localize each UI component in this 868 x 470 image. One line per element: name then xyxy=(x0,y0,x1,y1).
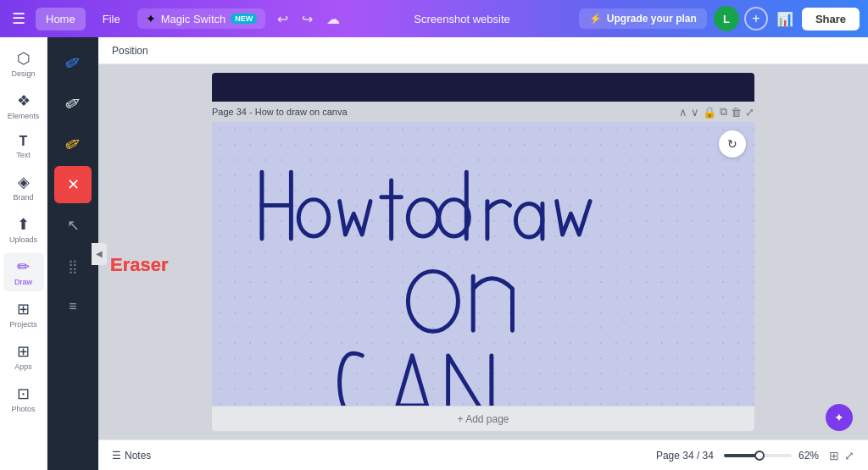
canvas-slide[interactable]: ↻ xyxy=(212,122,754,406)
zoom-percent-label: 62% xyxy=(798,450,819,462)
elements-icon: ❖ xyxy=(17,91,31,110)
view-icons: ⊞ ⤢ xyxy=(829,449,854,462)
nav-tab-home[interactable]: Home xyxy=(36,8,86,30)
share-button[interactable]: Share xyxy=(802,8,860,30)
add-page-label: + Add page xyxy=(457,413,509,425)
arrow-tool-icon: ↖ xyxy=(67,216,80,235)
draw-tool-eraser[interactable]: ✕ xyxy=(54,166,92,203)
cloud-save-icon[interactable]: ☁ xyxy=(321,8,345,30)
grid-tool-icon: ⣿ xyxy=(68,258,78,274)
canvas-scroll-area[interactable]: Page 34 - How to draw on canva ∧ ∨ 🔒 ⧉ 🗑… xyxy=(98,64,868,440)
magic-switch-label: Magic Switch xyxy=(161,13,226,25)
sidebar-label-elements: Elements xyxy=(8,112,40,120)
analytics-icon[interactable]: 📊 xyxy=(773,8,797,30)
zoom-control[interactable]: 62% xyxy=(724,450,819,462)
svg-point-1 xyxy=(408,200,437,236)
pen-yellow-icon: ✏ xyxy=(61,130,86,158)
sidebar-item-text[interactable]: T Text xyxy=(3,129,44,164)
svg-point-3 xyxy=(515,204,542,237)
magic-switch-icon: ✦ xyxy=(146,12,156,25)
content-area: Position Page 34 - How to draw on canva … xyxy=(98,37,868,470)
draw-panel: ✏ ✏ ✏ ✕ ↖ ⣿ ≡ ◀ xyxy=(47,37,98,470)
draw-tool-pen-yellow[interactable]: ✏ xyxy=(54,125,92,163)
sidebar-label-text: Text xyxy=(16,151,31,159)
page-up-icon[interactable]: ∧ xyxy=(679,106,687,119)
fullscreen-sparkle-icon: ✦ xyxy=(834,411,844,424)
text-icon: T xyxy=(19,134,28,149)
nav-tab-file[interactable]: File xyxy=(92,8,131,30)
sidebar-label-brand: Brand xyxy=(13,193,33,202)
projects-icon: ⊞ xyxy=(17,300,30,318)
lines-tool-icon: ≡ xyxy=(69,299,76,314)
sidebar-item-apps[interactable]: ⊞ Apps xyxy=(3,337,44,376)
draw-tool-arrow[interactable]: ↖ xyxy=(54,207,92,244)
apps-icon: ⊞ xyxy=(17,342,30,361)
fullscreen-icon[interactable]: ⤢ xyxy=(844,449,854,462)
page-lock-icon[interactable]: 🔒 xyxy=(703,106,716,119)
page-down-icon[interactable]: ∨ xyxy=(691,106,699,119)
document-title[interactable]: Screenshot website xyxy=(400,13,523,25)
draw-tool-pen-blue[interactable]: ✏ xyxy=(54,44,92,81)
user-avatar[interactable]: L xyxy=(714,6,739,31)
sidebar-label-draw: Draw xyxy=(14,278,32,286)
photos-icon: ⊡ xyxy=(17,384,30,403)
undo-button[interactable]: ↩ xyxy=(272,8,293,30)
nav-right-icons: L + 📊 Share xyxy=(714,6,860,31)
sidebar-item-uploads[interactable]: ⬆ Uploads xyxy=(3,210,44,249)
upgrade-icon: ⚡ xyxy=(589,13,602,25)
refresh-icon: ↻ xyxy=(727,137,737,151)
left-sidebar: ⬡ Design ❖ Elements T Text ◈ Brand ⬆ Upl… xyxy=(0,37,47,470)
sidebar-item-design[interactable]: ⬡ Design xyxy=(3,44,44,83)
floating-fullscreen-button[interactable]: ✦ xyxy=(826,404,853,431)
svg-point-4 xyxy=(408,272,458,332)
pen-white-icon: ✏ xyxy=(61,90,86,117)
notes-icon: ☰ xyxy=(112,450,121,462)
sidebar-item-draw[interactable]: ✏ Draw xyxy=(3,252,44,291)
sidebar-label-projects: Projects xyxy=(9,320,37,329)
add-page-button[interactable]: + Add page xyxy=(212,406,754,431)
svg-point-0 xyxy=(298,200,328,236)
eraser-icon: ✕ xyxy=(67,175,80,194)
page-number-info: Page 34 / 34 xyxy=(656,450,714,462)
sidebar-label-apps: Apps xyxy=(14,362,32,371)
bottom-status-bar: ☰ Notes Page 34 / 34 62% ⊞ ⤢ xyxy=(98,440,868,470)
slide-header-bar xyxy=(212,73,754,102)
zoom-track[interactable] xyxy=(724,454,792,457)
page-label: Page 34 - How to draw on canva xyxy=(212,107,348,117)
draw-icon: ✏ xyxy=(17,257,30,276)
upgrade-button[interactable]: ⚡ Upgrade your plan xyxy=(579,8,707,29)
sidebar-label-photos: Photos xyxy=(11,405,35,413)
page-copy-icon[interactable]: ⧉ xyxy=(720,105,727,119)
draw-tool-pen-white[interactable]: ✏ xyxy=(54,85,92,122)
notes-button[interactable]: ☰ Notes xyxy=(112,450,151,462)
sidebar-item-projects[interactable]: ⊞ Projects xyxy=(3,295,44,334)
collapse-panel-button[interactable]: ◀ xyxy=(92,243,107,265)
page-label-icons: ∧ ∨ 🔒 ⧉ 🗑 ⤢ xyxy=(679,105,754,119)
menu-icon[interactable]: ☰ xyxy=(8,6,29,31)
sidebar-item-brand[interactable]: ◈ Brand xyxy=(3,168,44,207)
grid-view-icon[interactable]: ⊞ xyxy=(829,449,839,462)
handwriting-svg xyxy=(212,122,754,406)
draw-tool-grid[interactable]: ⣿ xyxy=(54,247,92,285)
notes-label: Notes xyxy=(125,450,151,462)
redo-button[interactable]: ↪ xyxy=(297,8,318,30)
design-icon: ⬡ xyxy=(17,49,31,68)
sidebar-label-uploads: Uploads xyxy=(9,235,37,244)
draw-tool-lines[interactable]: ≡ xyxy=(54,288,92,325)
magic-switch-button[interactable]: ✦ Magic Switch NEW xyxy=(137,8,266,29)
zoom-thumb[interactable] xyxy=(754,451,765,461)
sidebar-item-elements[interactable]: ❖ Elements xyxy=(3,86,44,125)
upgrade-label: Upgrade your plan xyxy=(607,13,697,25)
sidebar-item-photos[interactable]: ⊡ Photos xyxy=(3,379,44,418)
position-label: Position xyxy=(112,45,148,57)
page-delete-icon[interactable]: 🗑 xyxy=(731,106,742,119)
position-bar: Position xyxy=(98,37,868,64)
brand-icon: ◈ xyxy=(18,173,30,191)
main-layout: ⬡ Design ❖ Elements T Text ◈ Brand ⬆ Upl… xyxy=(0,37,868,470)
add-collaborator-button[interactable]: + xyxy=(744,7,768,30)
page-more-icon[interactable]: ⤢ xyxy=(745,106,754,119)
pen-blue-icon: ✏ xyxy=(61,49,86,76)
magic-switch-badge: NEW xyxy=(231,14,257,24)
undo-redo-group: ↩ ↪ ☁ xyxy=(272,8,345,30)
uploads-icon: ⬆ xyxy=(17,215,30,234)
